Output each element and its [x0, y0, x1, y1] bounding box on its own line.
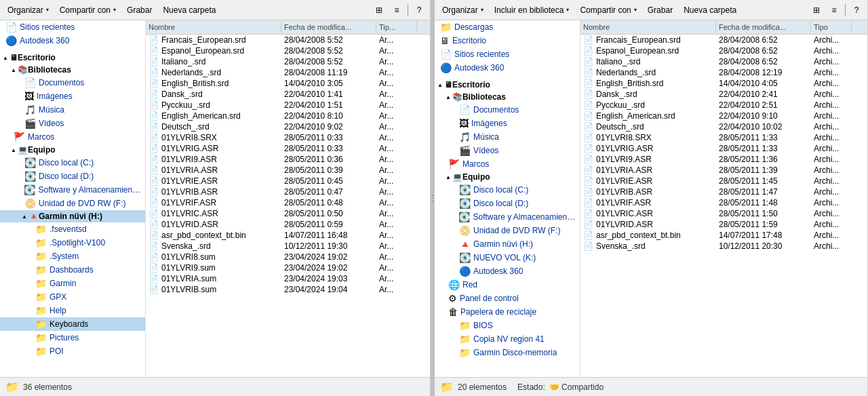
sidebar-item-help-l[interactable]: 📁 Help	[0, 304, 145, 317]
table-row[interactable]: 📄Francais_European.srd 28/04/2008 6:52 A…	[580, 35, 867, 45]
sidebar-item-garmin-disco-r[interactable]: 📁 Garmin Disco-memoria	[435, 346, 580, 359]
compartir-btn-right[interactable]: Compartir con ▾	[575, 3, 641, 17]
table-row[interactable]: 📄01YLVRIC.ASR 28/05/2011 1:50 Archi...	[580, 208, 867, 219]
view-toggle-btn-left[interactable]: ⊞	[371, 2, 387, 18]
sidebar-item-sitios-recientes[interactable]: 📄 Sitios recientes	[0, 20, 145, 34]
table-row[interactable]: 📄Dansk_.srd 22/04/2010 1:41 Ar...	[146, 89, 430, 100]
table-row[interactable]: 📄01YLVRID.ASR 28/05/2011 1:59 Archi...	[580, 219, 867, 230]
table-row[interactable]: 📄01YLVRIC.ASR 28/05/2011 0:50 Ar...	[146, 208, 430, 219]
sidebar-item-disco-c-l[interactable]: 💽 Disco local (C:)	[0, 156, 145, 170]
table-row[interactable]: 📄01YLVRIG.ASR 28/05/2011 0:33 Ar...	[146, 143, 430, 154]
table-row[interactable]: 📄Svenska_.srd 10/12/2011 19:30 Ar...	[146, 241, 430, 252]
table-row[interactable]: 📄01YLVRIE.ASR 28/05/2011 1:45 Archi...	[580, 176, 867, 186]
table-row[interactable]: 📄English_American.srd 22/04/2010 9:10 Ar…	[580, 111, 867, 121]
sidebar-item-keyboards-l[interactable]: 📁 Keyboards	[0, 317, 145, 331]
sidebar-item-bios-r[interactable]: 📁 BIOS	[435, 319, 580, 332]
sidebar-item-autodesk2-r[interactable]: 🔵 Autodesk 360	[435, 264, 580, 278]
sidebar-item-panel-r[interactable]: ⚙ Panel de control	[435, 292, 580, 305]
col-type-header-r[interactable]: Tipo	[811, 22, 852, 33]
right-file-list[interactable]: Nombre Fecha de modifica... Tipo 📄Franca…	[580, 20, 867, 377]
table-row[interactable]: 📄Svenska_.srd 10/12/2011 20:30 Archi...	[580, 241, 867, 252]
view-details-btn-left[interactable]: ≡	[389, 2, 405, 18]
table-row[interactable]: 📄Italiano_.srd 28/04/2008 6:52 Archi...	[580, 56, 867, 67]
table-row[interactable]: 📄English_American.srd 22/04/2010 8:10 Ar…	[146, 111, 430, 121]
sidebar-item-copia-r[interactable]: 📁 Copia NV region 41	[435, 332, 580, 346]
col-date-header-l[interactable]: Fecha de modifica...	[281, 22, 376, 33]
sidebar-equipo-r[interactable]: ▲ 💻 Equipo	[435, 171, 580, 183]
grabar-btn-left[interactable]: Grabar	[122, 3, 157, 17]
table-row[interactable]: 📄Pycckuu_.srd 22/04/2010 1:51 Ar...	[146, 100, 430, 111]
table-row[interactable]: 📄01YLVRIG.ASR 28/05/2011 1:33 Archi...	[580, 143, 867, 154]
sidebar-item-videos-r[interactable]: 🎬 Vídeos	[435, 144, 580, 157]
nueva-carpeta-btn-right[interactable]: Nueva carpeta	[679, 3, 741, 17]
help-btn-right[interactable]: ?	[848, 2, 865, 18]
col-date-header-r[interactable]: Fecha de modifica...	[716, 22, 811, 33]
sidebar-item-marcos-l[interactable]: 🚩 Marcos	[0, 130, 145, 144]
table-row[interactable]: 📄01YLVRI9.sum 23/04/2024 19:02 Ar...	[146, 262, 430, 273]
table-row[interactable]: 📄English_British.srd 14/04/2010 4:05 Arc…	[580, 78, 867, 89]
sidebar-item-garmin-r[interactable]: 🔺 Garmin nüvi (H:)	[435, 237, 580, 251]
table-row[interactable]: 📄Nederlands_.srd 28/04/2008 11:19 Ar...	[146, 67, 430, 78]
sidebar-escritorio-header[interactable]: ▲ 🖥 Escritorio	[0, 52, 145, 64]
table-row[interactable]: 📄Espanol_European.srd 28/04/2008 6:52 Ar…	[580, 45, 867, 56]
table-row[interactable]: 📄01YLVRIE.ASR 28/05/2011 0:45 Ar...	[146, 176, 430, 186]
sidebar-item-dashboards-l[interactable]: 📁 Dashboards	[0, 263, 145, 277]
sidebar-item-dvd-r[interactable]: 📀 Unidad de DVD RW (F:)	[435, 224, 580, 237]
table-row[interactable]: 📄01YLVRIA.sum 23/04/2024 19:03 Ar...	[146, 273, 430, 284]
col-name-header-l[interactable]: Nombre	[146, 22, 281, 33]
sidebar-item-autodesk360[interactable]: 🔵 Autodesk 360	[0, 34, 145, 47]
table-row[interactable]: 📄Italiano_.srd 28/04/2008 5:52 Ar...	[146, 56, 430, 67]
grabar-btn-right[interactable]: Grabar	[643, 3, 677, 17]
sidebar-item-imagenes-r[interactable]: 🖼 Imágenes	[435, 117, 580, 130]
nueva-carpeta-btn-left[interactable]: Nueva carpeta	[158, 3, 220, 17]
sidebar-item-system-l[interactable]: 📁 .System	[0, 250, 145, 263]
organizar-btn-left[interactable]: Organizar ▾	[3, 3, 54, 17]
incluir-btn-right[interactable]: Incluir en biblioteca ▾	[490, 3, 574, 17]
sidebar-item-autodesk-r[interactable]: 🔵 Autodesk 360	[435, 61, 580, 75]
sidebar-item-poi-l[interactable]: 📁 POI	[0, 344, 145, 358]
view-details-btn-right[interactable]: ≡	[826, 2, 842, 18]
sidebar-item-disco-c-r[interactable]: 💽 Disco local (C:)	[435, 183, 580, 197]
table-row[interactable]: 📄Deutsch_.srd 22/04/2010 9:02 Ar...	[146, 121, 430, 132]
sidebar-item-papelera-r[interactable]: 🗑 Papelera de reciclaje	[435, 305, 580, 319]
left-sidebar-scroll[interactable]: 📄 Sitios recientes 🔵 Autodesk 360 ▲ 🖥 Es…	[0, 20, 145, 377]
sidebar-item-software-r[interactable]: 💽 Software y Almacenamiento (	[435, 210, 580, 224]
col-type-header-l[interactable]: Tip...	[376, 22, 417, 33]
table-row[interactable]: 📄Pycckuu_.srd 22/04/2010 2:51 Archi...	[580, 100, 867, 111]
table-row[interactable]: 📄01YLVRIA.ASR 28/05/2011 1:39 Archi...	[580, 165, 867, 176]
sidebar-item-pictures-l[interactable]: 📁 Pictures	[0, 331, 145, 344]
sidebar-item-documentos-r[interactable]: 📄 Documentos	[435, 103, 580, 117]
sidebar-item-disco-d-r[interactable]: 💽 Disco local (D:)	[435, 197, 580, 210]
sidebar-bibliotecas-header[interactable]: ▲ 📚 Bibliotecas	[0, 64, 145, 76]
sidebar-garmin-header-l[interactable]: ▲ 🔺 Garmin nüvi (H:)	[0, 210, 145, 222]
sidebar-item-dvd-l[interactable]: 📀 Unidad de DVD RW (F:)	[0, 197, 145, 210]
organizar-btn-right[interactable]: Organizar ▾	[437, 3, 488, 17]
sidebar-item-red-r[interactable]: 🌐 Red	[435, 278, 580, 292]
sidebar-item-videos-l[interactable]: 🎬 Vídeos	[0, 117, 145, 130]
table-row[interactable]: 📄Nederlands_.srd 28/04/2008 12:19 Archi.…	[580, 67, 867, 78]
sidebar-item-musica-r[interactable]: 🎵 Música	[435, 130, 580, 144]
table-row[interactable]: 📄asr_pbd_context_bt.bin 14/07/2011 17:48…	[580, 230, 867, 241]
sidebar-item-documentos-l[interactable]: 📄 Documentos	[0, 76, 145, 90]
compartir-btn-left[interactable]: Compartir con ▾	[55, 3, 121, 17]
sidebar-bibliotecas-r[interactable]: ▲ 📚 Bibliotecas	[435, 91, 580, 103]
sidebar-item-descargas-r[interactable]: 📁 Descargas	[435, 20, 580, 34]
sidebar-item-sitios-r[interactable]: 📄 Sitios recientes	[435, 47, 580, 61]
sidebar-item-disco-d-l[interactable]: 💽 Disco local (D:)	[0, 170, 145, 183]
sidebar-equipo-header-l[interactable]: ▲ 💻 Equipo	[0, 144, 145, 156]
table-row[interactable]: 📄01YLVRI8.sum 23/04/2024 19:02 Ar...	[146, 252, 430, 262]
table-row[interactable]: 📄01YLVRIA.ASR 28/05/2011 0:39 Ar...	[146, 165, 430, 176]
sidebar-item-garmin-folder-l[interactable]: 📁 Garmin	[0, 277, 145, 290]
help-btn-left[interactable]: ?	[411, 2, 427, 18]
table-row[interactable]: 📄01YLVRIF.ASR 28/05/2011 0:48 Ar...	[146, 197, 430, 208]
sidebar-item-gpx-l[interactable]: 📁 GPX	[0, 290, 145, 304]
table-row[interactable]: 📄01YLVRIB.ASR 28/05/2011 0:47 Ar...	[146, 186, 430, 197]
table-row[interactable]: 📄01YLVRI9.ASR 28/05/2011 1:36 Archi...	[580, 154, 867, 165]
table-row[interactable]: 📄asr_pbd_context_bt.bin 14/07/2011 16:48…	[146, 230, 430, 241]
table-row[interactable]: 📄01YLVRIB.sum 23/04/2024 19:04 Ar...	[146, 284, 430, 295]
table-row[interactable]: 📄01YLVRIB.ASR 28/05/2011 1:47 Archi...	[580, 186, 867, 197]
table-row[interactable]: 📄Espanol_European.srd 28/04/2008 5:52 Ar…	[146, 45, 430, 56]
table-row[interactable]: 📄Dansk_.srd 22/04/2010 2:41 Archi...	[580, 89, 867, 100]
table-row[interactable]: 📄01YLVRI8.SRX 28/05/2011 1:33 Archi...	[580, 132, 867, 143]
sidebar-item-imagenes-l[interactable]: 🖼 Imágenes	[0, 90, 145, 103]
